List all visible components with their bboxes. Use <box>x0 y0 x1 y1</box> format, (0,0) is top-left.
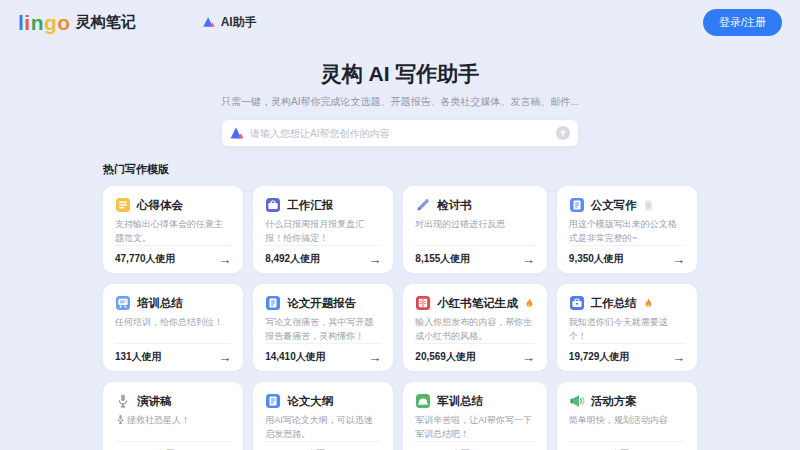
usage-count: 14,410人使用 <box>265 350 326 364</box>
usage-count: 8,155人使用 <box>415 252 470 266</box>
page-title: 灵构 AI 写作助手 <box>0 60 800 88</box>
document-icon <box>265 393 281 409</box>
microphone-icon <box>115 393 131 409</box>
template-card[interactable]: 活动方案 简单明快，规划活动内容 10,710人使用 → <box>557 382 697 450</box>
arrow-right-icon[interactable]: → <box>522 253 535 266</box>
card-title: 演讲稿 <box>137 394 172 409</box>
fire-icon <box>643 298 654 309</box>
card-description: 军训辛苦啦，让AI帮你写一下军训总结吧！ <box>415 414 535 441</box>
card-description: 简单明快，规划活动内容 <box>569 414 685 441</box>
document-icon <box>569 197 585 213</box>
card-title: 军训总结 <box>437 394 483 409</box>
nav-item-ai-assistant[interactable]: AI助手 <box>202 14 257 31</box>
top-navbar: lingo 灵构笔记 AI助手 登录/注册 <box>0 0 800 44</box>
arrow-right-icon[interactable]: → <box>218 253 231 266</box>
arrow-right-icon[interactable]: → <box>368 351 381 364</box>
logo-letter: n <box>31 11 44 34</box>
template-card[interactable]: 工作总结 我知道你们今天就需要这个！ 19,729人使用 → <box>557 284 697 371</box>
hero-section: 灵构 AI 写作助手 只需一键，灵构AI帮你完成论文选题、开题报告、各类社交媒体… <box>0 60 800 146</box>
page-subtitle: 只需一键，灵构AI帮你完成论文选题、开题报告、各类社交媒体、发言稿、邮件... <box>0 95 800 109</box>
card-description: 拯救社恐星人！ <box>115 414 231 441</box>
ai-prompt-searchbar[interactable] <box>222 120 578 146</box>
template-card[interactable]: 演讲稿 拯救社恐星人！ 11,613人使用 → <box>103 382 243 450</box>
fire-icon <box>524 298 535 309</box>
template-card[interactable]: 军训总结 军训辛苦啦，让AI帮你写一下军训总结吧！ 4,517人使用 → <box>403 382 547 450</box>
send-circle-icon[interactable] <box>555 125 571 141</box>
template-card[interactable]: 小红书笔记生成 输入你想发布的内容，帮你生成小红书的风格。 20,569人使用 … <box>403 284 547 371</box>
template-card[interactable]: 心得体会 支持输出心得体会的任意主题范文。 47,770人使用 → <box>103 186 243 273</box>
arrow-right-icon[interactable]: → <box>522 351 535 364</box>
card-description: 对出现的过错进行反思 <box>415 218 535 245</box>
usage-count: 8,492人使用 <box>265 252 320 266</box>
usage-count: 20,569人使用 <box>415 350 476 364</box>
template-card[interactable]: 检讨书 对出现的过错进行反思 8,155人使用 → <box>403 186 547 273</box>
arrow-right-icon[interactable]: → <box>218 351 231 364</box>
red-book-icon <box>415 295 431 311</box>
card-description: 用这个模版写出来的公文格式是非常完整的~ <box>569 218 685 245</box>
logo-letter: o <box>57 11 70 34</box>
login-register-button[interactable]: 登录/注册 <box>703 9 782 36</box>
card-description: 支持输出心得体会的任意主题范文。 <box>115 218 231 245</box>
briefcase-icon <box>265 197 281 213</box>
notebook-icon <box>115 197 131 213</box>
card-title: 心得体会 <box>137 198 183 213</box>
template-card[interactable]: 论文开题报告 写论文很痛苦，其中写开题报告最痛苦，灵构懂你！ 14,410人使用… <box>253 284 393 371</box>
page-icon <box>643 200 654 211</box>
helmet-icon <box>415 393 431 409</box>
card-title: 论文大纲 <box>287 394 333 409</box>
template-card[interactable]: 公文写作 用这个模版写出来的公文格式是非常完整的~ 9,350人使用 → <box>557 186 697 273</box>
nav-label: AI助手 <box>221 14 257 31</box>
ai-logo-mark-icon <box>229 125 245 141</box>
brand-name: 灵构笔记 <box>76 13 136 32</box>
usage-count: 131人使用 <box>115 350 162 364</box>
card-title: 公文写作 <box>591 198 637 213</box>
logo-letter: g <box>44 11 57 34</box>
card-description: 输入你想发布的内容，帮你生成小红书的风格。 <box>415 316 535 343</box>
card-title: 论文开题报告 <box>287 296 356 311</box>
pen-icon <box>415 197 431 213</box>
card-title: 工作汇报 <box>287 198 333 213</box>
template-card[interactable]: 培训总结 任何培训，给你总结到位！ 131人使用 → <box>103 284 243 371</box>
card-description: 我知道你们今天就需要这个！ <box>569 316 685 343</box>
card-title: 培训总结 <box>137 296 183 311</box>
card-title: 小红书笔记生成 <box>437 296 518 311</box>
card-description: 任何培训，给你总结到位！ <box>115 316 231 343</box>
template-card[interactable]: 论文大纲 用AI写论文大纲，可以迅速启发思路。 13,515人使用 → <box>253 382 393 450</box>
card-description: 用AI写论文大纲，可以迅速启发思路。 <box>265 414 381 441</box>
card-title: 活动方案 <box>591 394 637 409</box>
presentation-icon <box>115 295 131 311</box>
document-icon <box>265 295 281 311</box>
lingo-logo[interactable]: lingo <box>18 12 71 33</box>
card-title: 检讨书 <box>437 198 472 213</box>
arrow-right-icon[interactable]: → <box>672 351 685 364</box>
ai-logo-mark-icon <box>202 15 216 29</box>
usage-count: 19,729人使用 <box>569 350 630 364</box>
arrow-right-icon[interactable]: → <box>672 253 685 266</box>
toolbox-icon <box>569 295 585 311</box>
template-grid: 心得体会 支持输出心得体会的任意主题范文。 47,770人使用 → 工作汇报 什… <box>103 186 697 450</box>
template-card[interactable]: 工作汇报 什么日报周报月报复盘汇报！给你搞定！ 8,492人使用 → <box>253 186 393 273</box>
card-title: 工作总结 <box>591 296 637 311</box>
megaphone-icon <box>569 393 585 409</box>
card-description: 什么日报周报月报复盘汇报！给你搞定！ <box>265 218 381 245</box>
card-description: 写论文很痛苦，其中写开题报告最痛苦，灵构懂你！ <box>265 316 381 343</box>
section-title-hot-templates: 热门写作模版 <box>103 162 697 177</box>
prompt-input[interactable] <box>250 128 555 139</box>
usage-count: 47,770人使用 <box>115 252 176 266</box>
arrow-right-icon[interactable]: → <box>368 253 381 266</box>
microphone-icon <box>115 414 126 425</box>
usage-count: 9,350人使用 <box>569 252 624 266</box>
